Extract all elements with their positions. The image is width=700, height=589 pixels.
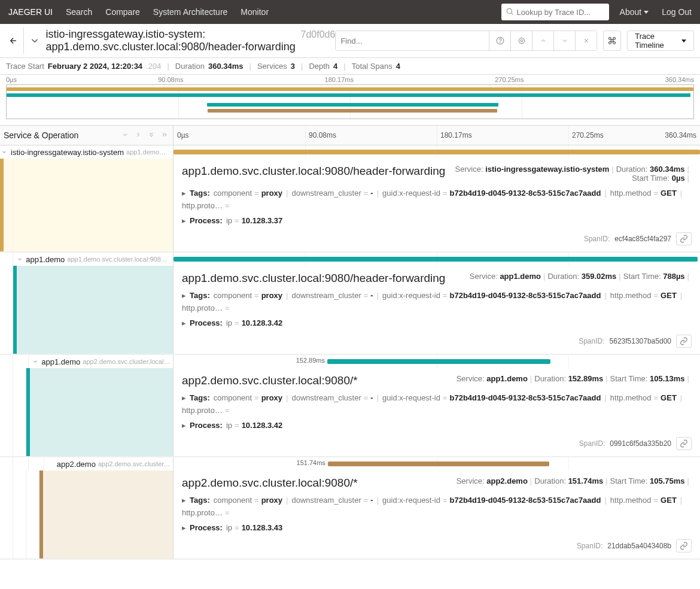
caret-right-icon[interactable]: ▸	[182, 496, 186, 505]
deep-link-button[interactable]	[676, 335, 692, 348]
span-operation: app2.demo.svc.cluster.lo…	[98, 460, 171, 467]
tag: http.method=GET	[610, 393, 677, 402]
caret-right-icon[interactable]: ▸	[182, 421, 186, 430]
tick: 360.34ms	[665, 76, 694, 83]
span-operation: app1.demo…	[126, 148, 166, 156]
svg-point-5	[521, 40, 523, 42]
tag: downstream_cluster=-	[291, 189, 373, 198]
chevron-down-icon	[681, 40, 686, 42]
nav-system-architecture[interactable]: System Architecture	[153, 7, 228, 17]
meta-start-value: February 2 2024, 12:20:34	[48, 62, 142, 71]
span-service[interactable]: app1.demo	[26, 255, 65, 264]
nav-about[interactable]: About	[620, 7, 649, 17]
meta-services-value: 3	[291, 62, 295, 71]
nav-logout[interactable]: Log Out	[662, 7, 692, 17]
deep-link-button[interactable]	[676, 539, 692, 552]
meta-duration-label: Duration	[175, 62, 205, 71]
tag: downstream_cluster=-	[291, 496, 373, 505]
svg-point-4	[500, 42, 501, 43]
deep-link-button[interactable]	[676, 232, 692, 245]
tag: guid:x-request-id=b72b4d19-d045-9132-8c5…	[382, 393, 601, 402]
collapse-all-icon[interactable]	[120, 130, 130, 141]
span-bar[interactable]	[327, 359, 550, 364]
span-duration-label: 152.89ms	[296, 357, 325, 364]
trace-meta: Trace Start February 2 2024, 12:20:34.20…	[0, 58, 700, 75]
expand-deep-icon[interactable]	[160, 130, 169, 141]
find-clear-button[interactable]	[575, 31, 596, 50]
tag: guid:x-request-id=b72b4d19-d045-9132-8c5…	[382, 189, 601, 198]
span-caret[interactable]	[31, 357, 39, 366]
find-next-button[interactable]	[553, 31, 575, 50]
nav-compare[interactable]: Compare	[105, 7, 140, 17]
span-id-label: SpanID:	[584, 235, 610, 243]
find-bar	[335, 31, 597, 51]
nav-monitor[interactable]: Monitor	[241, 7, 269, 17]
meta-total-spans-label: Total Spans	[352, 62, 392, 71]
tag: http.proto…=	[182, 406, 232, 415]
caret-right-icon[interactable]: ▸	[182, 523, 186, 532]
tags-row: ▸Tags:component=proxy|downstream_cluster…	[182, 393, 692, 415]
span-bar[interactable]	[174, 150, 700, 154]
tick: 90.08ms	[158, 76, 183, 83]
search-icon	[506, 7, 514, 17]
caret-right-icon[interactable]: ▸	[182, 291, 186, 300]
span-bar[interactable]	[174, 257, 698, 262]
tag: downstream_cluster=-	[291, 393, 373, 402]
trace-header: istio-ingressgateway.istio-system: app1.…	[0, 24, 700, 58]
caret-right-icon[interactable]: ▸	[182, 216, 186, 225]
expand-one-icon[interactable]	[133, 130, 143, 141]
span-bar[interactable]	[328, 462, 549, 466]
help-button[interactable]	[489, 31, 510, 50]
svg-line-1	[511, 13, 513, 15]
detail-title: app1.demo.svc.cluster.local:9080/header-…	[182, 272, 470, 285]
caret-right-icon[interactable]: ▸	[182, 318, 186, 327]
column-header: Service & Operation 0µs90.08ms180.17ms27…	[0, 125, 700, 145]
collapse-toggle[interactable]	[24, 28, 45, 54]
find-prev-button[interactable]	[532, 31, 553, 50]
spans-list: istio-ingressgateway.istio-system app1.d…	[0, 145, 700, 560]
back-button[interactable]	[0, 28, 24, 54]
find-input[interactable]	[336, 31, 489, 50]
detail-meta: Service: app1.demo|Duration: 359.02ms|St…	[470, 272, 692, 281]
span-duration-label: 151.74ms	[297, 459, 325, 466]
tag: component=proxy	[214, 393, 282, 402]
span-service[interactable]: app2.demo	[57, 460, 96, 469]
tags-row: ▸Tags:component=proxy|downstream_cluster…	[182, 496, 692, 517]
view-mode-dropdown[interactable]: Trace Timeline	[627, 31, 694, 51]
meta-start-label: Trace Start	[6, 62, 44, 71]
span-id-label: SpanID:	[579, 337, 604, 345]
meta-services-label: Services	[257, 62, 287, 71]
caret-right-icon[interactable]: ▸	[182, 189, 186, 198]
span-caret[interactable]	[0, 148, 8, 157]
span-row: app2.demo app2.demo.svc.cluster.lo…151.7…	[0, 457, 700, 560]
timeline-tick: 360.34ms	[665, 131, 696, 139]
span-row: app1.demo app2.demo.svc.cluster.local:9……	[0, 355, 700, 457]
tag: http.proto…=	[182, 303, 232, 312]
service-op-header: Service & Operation	[4, 130, 117, 140]
process-row: ▸Process: ip=10.128.3.37	[182, 216, 692, 225]
detail-meta: Service: app1.demo|Duration: 152.89ms|St…	[456, 374, 692, 383]
view-mode-label: Trace Timeline	[635, 32, 678, 50]
collapse-deep-icon[interactable]	[147, 130, 156, 141]
deep-link-button[interactable]	[676, 437, 692, 450]
trace-lookup-input[interactable]	[501, 4, 609, 20]
span-caret[interactable]	[16, 255, 23, 264]
meta-depth-label: Depth	[309, 62, 330, 71]
span-service[interactable]: istio-ingressgateway.istio-system	[11, 148, 124, 157]
locate-button[interactable]	[510, 31, 532, 50]
tag: http.proto…=	[182, 201, 232, 210]
minimap[interactable]: 0µs 90.08ms 180.17ms 270.25ms 360.34ms	[0, 75, 700, 125]
tags-row: ▸Tags:component=proxy|downstream_cluster…	[182, 189, 692, 210]
process-row: ▸Process: ip=10.128.3.42	[182, 318, 692, 327]
span-id-value: 21ddab5a4043408b	[607, 542, 671, 550]
meta-duration-value: 360.34ms	[208, 62, 244, 71]
caret-right-icon[interactable]: ▸	[182, 393, 186, 402]
tick: 180.17ms	[325, 76, 354, 83]
shortcut-button[interactable]: ⌘	[603, 31, 621, 51]
minimap-canvas[interactable]	[6, 84, 694, 119]
brand[interactable]: JAEGER UI	[8, 7, 53, 17]
tick: 270.25ms	[495, 76, 524, 83]
nav-search[interactable]: Search	[66, 7, 92, 17]
tick: 0µs	[6, 76, 17, 83]
span-service[interactable]: app1.demo	[41, 357, 80, 366]
